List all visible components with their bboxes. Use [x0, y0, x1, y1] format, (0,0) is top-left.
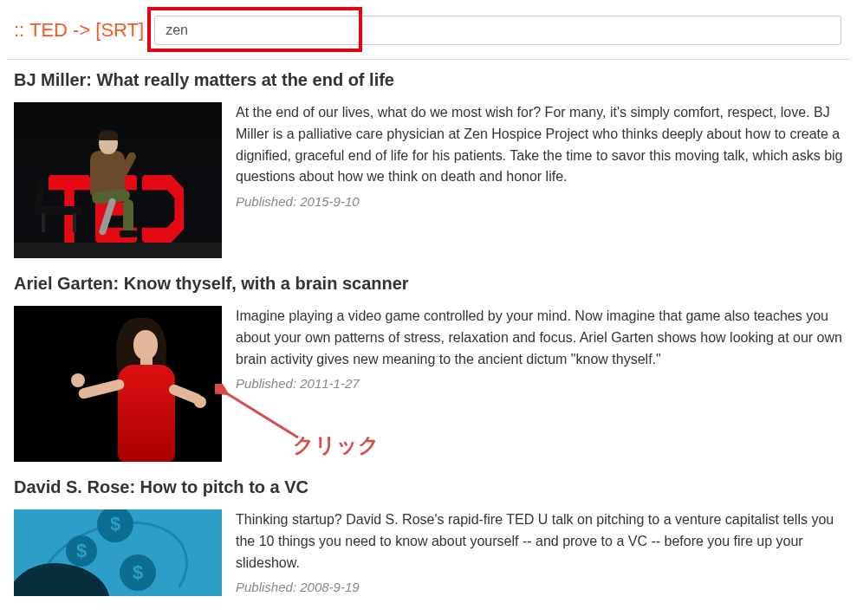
search-input[interactable] — [154, 16, 841, 45]
talk-title[interactable]: BJ Miller: What really matters at the en… — [14, 70, 843, 90]
header-divider — [7, 59, 850, 60]
talk-body: At the end of our lives, what do we most… — [14, 102, 843, 258]
site-title[interactable]: :: TED -> [SRT] — [14, 19, 144, 42]
header: :: TED -> [SRT] — [7, 0, 850, 52]
talk-published: Published: 2008-9-19 — [236, 577, 843, 597]
talk-item: BJ Miller: What really matters at the en… — [14, 70, 843, 258]
talk-title[interactable]: David S. Rose: How to pitch to a VC — [14, 477, 843, 497]
talk-thumbnail[interactable] — [14, 306, 222, 462]
talk-description: At the end of our lives, what do we most… — [236, 102, 843, 188]
talk-text: At the end of our lives, what do we most… — [236, 102, 843, 258]
talk-thumbnail[interactable] — [14, 102, 222, 258]
talk-published: Published: 2015-9-10 — [236, 191, 843, 211]
talk-description: Thinking startup? David S. Rose's rapid-… — [236, 509, 843, 574]
talk-thumbnail[interactable] — [14, 509, 222, 596]
talk-body: Imagine playing a video game controlled … — [14, 306, 843, 462]
talk-published: Published: 2011-1-27 — [236, 373, 843, 393]
search-wrap — [154, 16, 850, 45]
results-list: BJ Miller: What really matters at the en… — [7, 70, 850, 598]
talk-text: Imagine playing a video game controlled … — [236, 306, 843, 462]
talk-item: David S. Rose: How to pitch to a VC Thin… — [14, 477, 843, 598]
talk-title[interactable]: Ariel Garten: Know thyself, with a brain… — [14, 274, 843, 294]
talk-description: Imagine playing a video game controlled … — [236, 306, 843, 370]
talk-body: Thinking startup? David S. Rose's rapid-… — [14, 509, 843, 598]
talk-item: Ariel Garten: Know thyself, with a brain… — [14, 274, 843, 462]
talk-text: Thinking startup? David S. Rose's rapid-… — [236, 509, 843, 598]
